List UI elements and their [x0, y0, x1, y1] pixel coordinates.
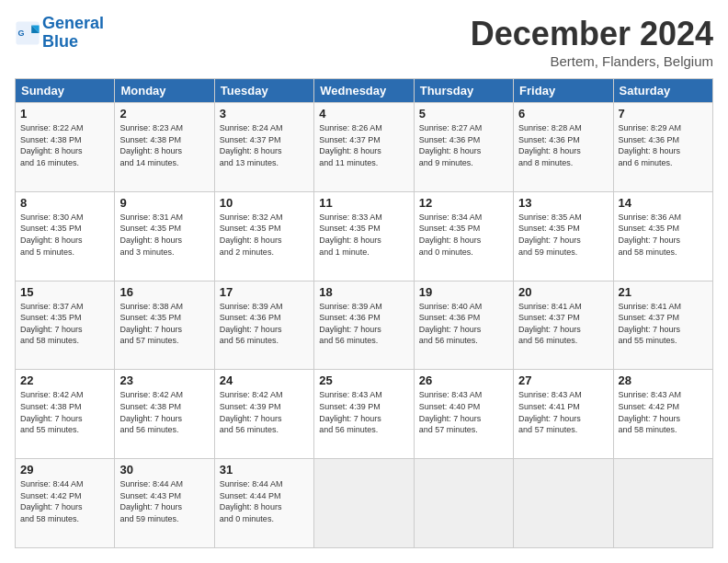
day-info: Sunrise: 8:44 AM Sunset: 4:42 PM Dayligh… — [20, 478, 109, 524]
day-number: 15 — [20, 285, 109, 299]
day-info: Sunrise: 8:26 AM Sunset: 4:37 PM Dayligh… — [319, 122, 408, 168]
day-number: 22 — [20, 373, 109, 387]
day-info: Sunrise: 8:43 AM Sunset: 4:42 PM Dayligh… — [619, 389, 708, 435]
calendar-cell: 5Sunrise: 8:27 AM Sunset: 4:36 PM Daylig… — [414, 103, 513, 192]
calendar-cell: 1Sunrise: 8:22 AM Sunset: 4:38 PM Daylig… — [16, 103, 115, 192]
day-number: 28 — [619, 373, 708, 387]
day-info: Sunrise: 8:35 AM Sunset: 4:35 PM Dayligh… — [518, 212, 608, 258]
day-number: 7 — [619, 107, 708, 121]
calendar-cell: 27Sunrise: 8:43 AM Sunset: 4:41 PM Dayli… — [514, 370, 613, 459]
day-info: Sunrise: 8:24 AM Sunset: 4:37 PM Dayligh… — [220, 122, 309, 168]
logo: G General Blue — [15, 15, 104, 52]
day-info: Sunrise: 8:39 AM Sunset: 4:36 PM Dayligh… — [220, 301, 309, 347]
day-number: 11 — [319, 196, 408, 210]
weekday-header-row: SundayMondayTuesdayWednesdayThursdayFrid… — [16, 79, 713, 103]
calendar-cell: 12Sunrise: 8:34 AM Sunset: 4:35 PM Dayli… — [414, 191, 513, 281]
calendar-cell: 22Sunrise: 8:42 AM Sunset: 4:38 PM Dayli… — [16, 370, 115, 459]
day-info: Sunrise: 8:30 AM Sunset: 4:35 PM Dayligh… — [20, 212, 109, 258]
day-number: 8 — [20, 196, 109, 210]
day-number: 9 — [119, 196, 209, 210]
calendar-cell: 14Sunrise: 8:36 AM Sunset: 4:35 PM Dayli… — [613, 191, 712, 281]
calendar-cell: 18Sunrise: 8:39 AM Sunset: 4:36 PM Dayli… — [314, 281, 414, 370]
day-info: Sunrise: 8:22 AM Sunset: 4:38 PM Dayligh… — [20, 122, 109, 168]
page: G General Blue December 2024 Bertem, Fla… — [0, 0, 728, 563]
calendar-cell: 6Sunrise: 8:28 AM Sunset: 4:36 PM Daylig… — [514, 103, 613, 192]
day-info: Sunrise: 8:42 AM Sunset: 4:39 PM Dayligh… — [220, 389, 309, 435]
day-number: 5 — [419, 107, 508, 121]
calendar-cell: 3Sunrise: 8:24 AM Sunset: 4:37 PM Daylig… — [214, 103, 313, 192]
weekday-header-thursday: Thursday — [414, 79, 513, 103]
calendar-cell: 8Sunrise: 8:30 AM Sunset: 4:35 PM Daylig… — [16, 191, 115, 281]
weekday-header-wednesday: Wednesday — [314, 79, 414, 103]
day-info: Sunrise: 8:41 AM Sunset: 4:37 PM Dayligh… — [619, 301, 708, 347]
title-block: December 2024 Bertem, Flanders, Belgium — [471, 15, 713, 69]
calendar-body: 1Sunrise: 8:22 AM Sunset: 4:38 PM Daylig… — [16, 103, 713, 548]
day-info: Sunrise: 8:42 AM Sunset: 4:38 PM Dayligh… — [119, 389, 209, 435]
day-number: 17 — [220, 285, 309, 299]
calendar-cell: 15Sunrise: 8:37 AM Sunset: 4:35 PM Dayli… — [16, 281, 115, 370]
calendar-cell: 7Sunrise: 8:29 AM Sunset: 4:36 PM Daylig… — [613, 103, 712, 192]
location: Bertem, Flanders, Belgium — [471, 53, 713, 69]
day-info: Sunrise: 8:39 AM Sunset: 4:36 PM Dayligh… — [319, 301, 408, 347]
day-info: Sunrise: 8:33 AM Sunset: 4:35 PM Dayligh… — [319, 212, 408, 258]
day-info: Sunrise: 8:40 AM Sunset: 4:36 PM Dayligh… — [419, 301, 508, 347]
weekday-header-friday: Friday — [514, 79, 613, 103]
day-number: 24 — [220, 373, 309, 387]
day-number: 10 — [220, 196, 309, 210]
weekday-header-tuesday: Tuesday — [214, 79, 313, 103]
day-number: 18 — [319, 285, 408, 299]
day-info: Sunrise: 8:32 AM Sunset: 4:35 PM Dayligh… — [220, 212, 309, 258]
day-number: 31 — [220, 463, 309, 477]
calendar-week-2: 8Sunrise: 8:30 AM Sunset: 4:35 PM Daylig… — [16, 191, 713, 281]
calendar-cell: 25Sunrise: 8:43 AM Sunset: 4:39 PM Dayli… — [314, 370, 414, 459]
weekday-header-monday: Monday — [115, 79, 214, 103]
logo-general: General — [42, 14, 104, 32]
calendar-week-3: 15Sunrise: 8:37 AM Sunset: 4:35 PM Dayli… — [16, 281, 713, 370]
logo-blue: Blue — [42, 32, 78, 51]
month-title: December 2024 — [471, 15, 713, 53]
calendar-cell — [314, 459, 414, 548]
calendar-cell: 30Sunrise: 8:44 AM Sunset: 4:43 PM Dayli… — [115, 459, 214, 548]
day-number: 3 — [220, 107, 309, 121]
calendar-cell: 2Sunrise: 8:23 AM Sunset: 4:38 PM Daylig… — [115, 103, 214, 192]
logo-icon: G — [15, 20, 40, 46]
day-number: 2 — [119, 107, 209, 121]
calendar-cell: 29Sunrise: 8:44 AM Sunset: 4:42 PM Dayli… — [16, 459, 115, 548]
day-number: 4 — [319, 107, 408, 121]
calendar-cell: 24Sunrise: 8:42 AM Sunset: 4:39 PM Dayli… — [214, 370, 313, 459]
day-info: Sunrise: 8:44 AM Sunset: 4:43 PM Dayligh… — [119, 478, 209, 524]
logo-text: General Blue — [42, 15, 104, 52]
day-info: Sunrise: 8:41 AM Sunset: 4:37 PM Dayligh… — [518, 301, 608, 347]
day-info: Sunrise: 8:42 AM Sunset: 4:38 PM Dayligh… — [20, 389, 109, 435]
calendar-week-4: 22Sunrise: 8:42 AM Sunset: 4:38 PM Dayli… — [16, 370, 713, 459]
day-number: 6 — [518, 107, 608, 121]
calendar-cell: 10Sunrise: 8:32 AM Sunset: 4:35 PM Dayli… — [214, 191, 313, 281]
calendar-week-1: 1Sunrise: 8:22 AM Sunset: 4:38 PM Daylig… — [16, 103, 713, 192]
day-number: 30 — [119, 463, 209, 477]
day-number: 27 — [518, 373, 608, 387]
day-info: Sunrise: 8:34 AM Sunset: 4:35 PM Dayligh… — [419, 212, 508, 258]
day-info: Sunrise: 8:38 AM Sunset: 4:35 PM Dayligh… — [119, 301, 209, 347]
calendar-table: SundayMondayTuesdayWednesdayThursdayFrid… — [15, 78, 713, 548]
day-number: 25 — [319, 373, 408, 387]
day-number: 1 — [20, 107, 109, 121]
header: G General Blue December 2024 Bertem, Fla… — [15, 15, 713, 69]
day-info: Sunrise: 8:37 AM Sunset: 4:35 PM Dayligh… — [20, 301, 109, 347]
calendar-cell: 13Sunrise: 8:35 AM Sunset: 4:35 PM Dayli… — [514, 191, 613, 281]
day-info: Sunrise: 8:36 AM Sunset: 4:35 PM Dayligh… — [619, 212, 708, 258]
day-info: Sunrise: 8:43 AM Sunset: 4:41 PM Dayligh… — [518, 389, 608, 435]
calendar-cell: 28Sunrise: 8:43 AM Sunset: 4:42 PM Dayli… — [613, 370, 712, 459]
calendar-cell: 20Sunrise: 8:41 AM Sunset: 4:37 PM Dayli… — [514, 281, 613, 370]
calendar-cell: 17Sunrise: 8:39 AM Sunset: 4:36 PM Dayli… — [214, 281, 313, 370]
day-number: 29 — [20, 463, 109, 477]
calendar-cell: 11Sunrise: 8:33 AM Sunset: 4:35 PM Dayli… — [314, 191, 414, 281]
svg-text:G: G — [18, 29, 25, 38]
day-number: 23 — [119, 373, 209, 387]
calendar-cell — [613, 459, 712, 548]
calendar-cell: 9Sunrise: 8:31 AM Sunset: 4:35 PM Daylig… — [115, 191, 214, 281]
day-number: 19 — [419, 285, 508, 299]
day-number: 21 — [619, 285, 708, 299]
calendar-cell: 16Sunrise: 8:38 AM Sunset: 4:35 PM Dayli… — [115, 281, 214, 370]
weekday-header-saturday: Saturday — [613, 79, 712, 103]
calendar-cell: 31Sunrise: 8:44 AM Sunset: 4:44 PM Dayli… — [214, 459, 313, 548]
